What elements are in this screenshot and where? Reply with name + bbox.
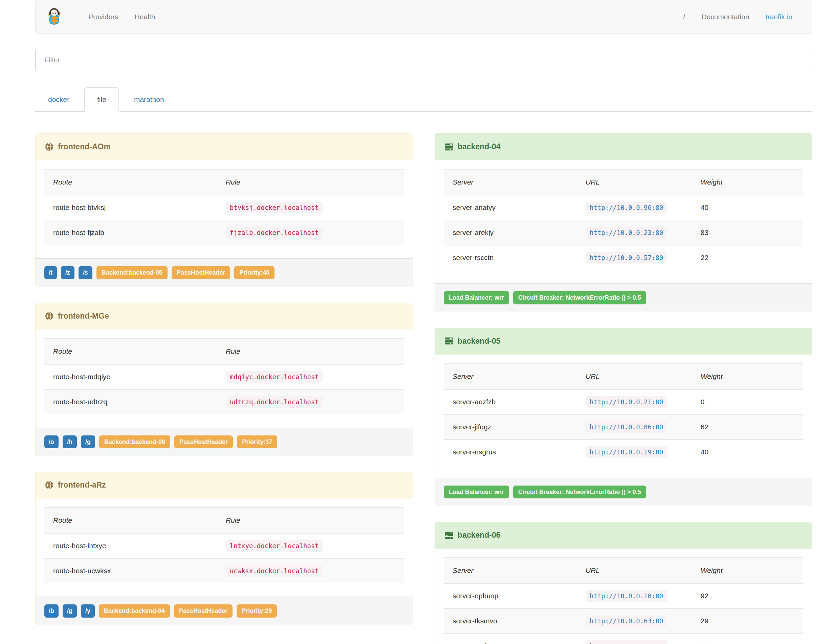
server-icon xyxy=(444,337,453,345)
frontend-card-body: Route Rule route-host-mdqiyc mdqiyc.dock… xyxy=(36,330,412,428)
table-row: server-rscctn http://10.0.0.57:80 22 xyxy=(444,245,803,270)
nav-link-providers[interactable]: Providers xyxy=(80,13,127,21)
server-weight: 22 xyxy=(692,245,803,270)
traefik-logo-icon xyxy=(47,8,61,26)
server-url: http://10.0.0.63:80 xyxy=(585,615,667,627)
server-weight: 29 xyxy=(692,608,803,634)
globe-icon xyxy=(45,312,53,320)
page: Providers Health / Documentation traefik… xyxy=(35,0,812,644)
filter-input[interactable] xyxy=(35,49,812,71)
backend-card-footer: Load Balancer: wrr Circuit Breaker: Netw… xyxy=(435,478,812,506)
circuit-breaker-badge: Circuit Breaker: NetworkErrorRatio () > … xyxy=(513,291,646,304)
server-url: http://10.0.0.96:80 xyxy=(585,202,667,213)
passhostheader-badge: PassHostHeader xyxy=(171,266,230,279)
content-columns: frontend-AOm Route Rule route-host-btvk xyxy=(35,133,812,644)
entry-point-badge: /g xyxy=(81,435,95,449)
rule-value: lntxye.docker.localhost xyxy=(226,540,323,552)
rule-value: mdqiyc.docker.localhost xyxy=(226,371,323,383)
entry-point-badge: /t xyxy=(44,266,57,279)
frontend-card-body: Route Rule route-host-lntxye lntxye.dock… xyxy=(36,498,412,597)
frontend-card-body: Route Rule route-host-btvksj btvksj.dock… xyxy=(36,160,412,258)
frontend-card-footer: /t /z /s Backend:backend-05 PassHostHead… xyxy=(36,258,412,287)
entry-point-badge: /z xyxy=(61,266,74,279)
backend-card-05: backend-05 Server URL Weight xyxy=(435,328,812,506)
globe-icon xyxy=(45,481,53,489)
table-row: route-host-ucwksx ucwksx.docker.localhos… xyxy=(44,558,404,583)
nav-link-traefik-io[interactable]: traefik.io xyxy=(758,13,800,21)
tab-docker[interactable]: docker xyxy=(35,87,82,112)
server-name: server-opbuop xyxy=(444,583,577,608)
server-url: http://10.0.0.21:80 xyxy=(585,396,667,408)
table-row: server-aozfzb http://10.0.0.21:80 0 xyxy=(444,389,803,414)
table-row: route-host-udtrzq udtrzq.docker.localhos… xyxy=(44,389,404,414)
provider-tabs: docker file marathon xyxy=(35,87,812,112)
server-weight: 62 xyxy=(692,414,803,440)
column-header-route: Route xyxy=(44,169,217,195)
backend-card-body: Server URL Weight server-aozfzb http://1… xyxy=(435,354,812,478)
server-name: server-updomo xyxy=(444,634,577,644)
frontend-card-AOm: frontend-AOm Route Rule route-host-btvk xyxy=(35,133,413,287)
route-name: route-host-udtrzq xyxy=(44,389,217,414)
server-weight: 40 xyxy=(692,440,803,464)
table-row: route-host-lntxye lntxye.docker.localhos… xyxy=(44,533,404,558)
backend-card-header: backend-06 xyxy=(435,522,812,549)
route-name: route-host-mdqiyc xyxy=(44,364,217,389)
server-name: server-anatyy xyxy=(444,195,577,220)
backend-ref-badge: Backend:backend-06 xyxy=(99,435,170,449)
column-header-rule: Rule xyxy=(217,169,404,195)
server-url: http://10.0.0.23:80 xyxy=(585,227,667,238)
server-weight: 40 xyxy=(692,195,803,220)
entry-point-badge: /g xyxy=(63,604,77,618)
traefik-brand[interactable] xyxy=(47,8,61,26)
nav-separator: / xyxy=(675,13,693,21)
load-balancer-badge: Load Balancer: wrr xyxy=(444,485,509,499)
server-url: http://10.0.0.18:80 xyxy=(585,590,667,602)
server-weight: 92 xyxy=(692,583,803,608)
entry-point-badge: /y xyxy=(81,604,95,618)
column-header-url: URL xyxy=(577,169,692,195)
route-name: route-host-btvksj xyxy=(44,195,217,220)
frontend-title: frontend-aRz xyxy=(58,481,106,490)
tab-file[interactable]: file xyxy=(84,87,119,112)
table-row: server-jifqgz http://10.0.0.86:80 62 xyxy=(444,414,803,440)
server-icon xyxy=(444,142,453,151)
frontend-card-MGe: frontend-MGe Route Rule route-host-mdqi xyxy=(35,303,413,456)
tab-marathon[interactable]: marathon xyxy=(121,87,177,112)
frontend-card-header: frontend-aRz xyxy=(36,472,412,498)
circuit-breaker-badge: Circuit Breaker: NetworkErrorRatio () > … xyxy=(513,485,646,499)
server-url: http://10.0.0.83:80 xyxy=(585,640,667,644)
passhostheader-badge: PassHostHeader xyxy=(174,604,233,618)
server-weight: 57 xyxy=(692,634,803,644)
nav-link-health[interactable]: Health xyxy=(127,13,163,21)
servers-table: Server URL Weight server-anatyy http://1… xyxy=(444,169,803,270)
table-row: server-anatyy http://10.0.0.96:80 40 xyxy=(444,195,803,220)
priority-badge: Priority:37 xyxy=(237,435,277,449)
entry-point-badge: /o xyxy=(44,435,58,449)
nav-link-documentation[interactable]: Documentation xyxy=(693,13,757,21)
column-header-server: Server xyxy=(444,558,577,583)
rule-value: btvksj.docker.localhost xyxy=(226,202,323,213)
frontend-title: frontend-MGe xyxy=(58,312,109,320)
routes-table: Route Rule route-host-btvksj btvksj.dock… xyxy=(44,169,404,245)
route-name: route-host-lntxye xyxy=(44,533,217,558)
backend-card-header: backend-04 xyxy=(435,134,812,160)
table-row: route-host-btvksj btvksj.docker.localhos… xyxy=(44,195,404,220)
passhostheader-badge: PassHostHeader xyxy=(174,435,233,449)
frontend-card-header: frontend-AOm xyxy=(36,134,412,160)
backend-card-04: backend-04 Server URL Weight xyxy=(435,133,812,312)
table-row: server-updomo http://10.0.0.83:80 57 xyxy=(444,634,803,644)
server-name: server-jifqgz xyxy=(444,414,577,440)
backend-title: backend-06 xyxy=(457,531,501,540)
table-row: route-host-mdqiyc mdqiyc.docker.localhos… xyxy=(44,364,404,389)
column-header-rule: Rule xyxy=(217,508,404,533)
table-row: server-tksmvo http://10.0.0.63:80 29 xyxy=(444,608,803,634)
frontend-card-aRz: frontend-aRz Route Rule route-host-lntx xyxy=(35,472,413,625)
backend-card-06: backend-06 Server URL Weight xyxy=(435,522,812,644)
server-name: server-nsgrus xyxy=(444,440,577,464)
frontend-title: frontend-AOm xyxy=(58,142,111,151)
server-url: http://10.0.0.86:80 xyxy=(585,421,667,433)
backend-card-body: Server URL Weight server-anatyy http://1… xyxy=(435,160,812,283)
column-header-server: Server xyxy=(444,364,577,389)
backends-column: backend-04 Server URL Weight xyxy=(435,133,812,644)
servers-table: Server URL Weight server-opbuop http://1… xyxy=(444,557,803,644)
